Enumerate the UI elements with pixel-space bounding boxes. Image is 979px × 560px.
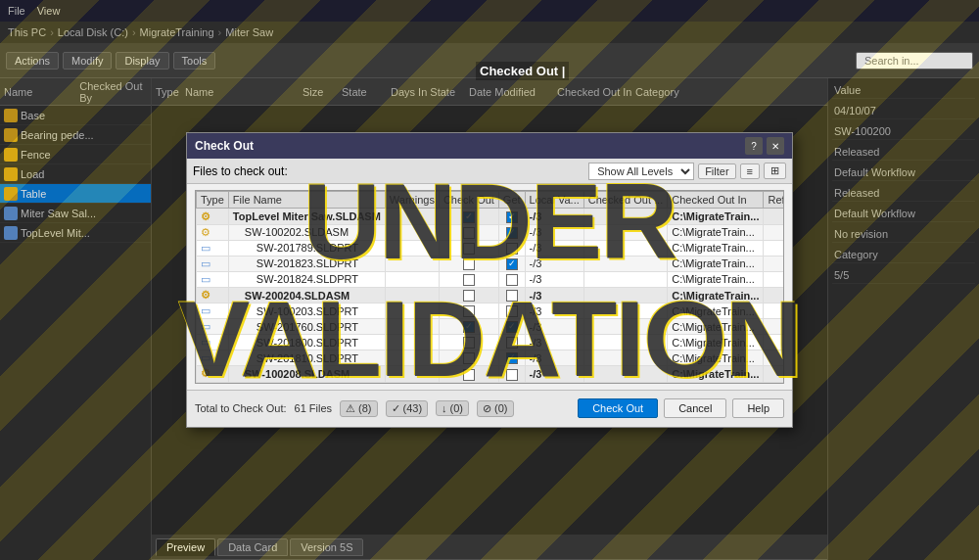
table-row[interactable]: ⚙ SW-100202.SLDASM -/3 C:\MigrateTrain..… — [197, 224, 785, 240]
type-cell: ⚙ — [197, 366, 229, 382]
warnings-cell — [385, 271, 439, 287]
asm-icon: ⚙ — [201, 226, 210, 238]
table-row[interactable]: ▭ SW-100203.SLDPRT -/3 C:\MigrateTrain..… — [197, 303, 785, 319]
get-checkbox[interactable] — [506, 337, 518, 349]
checkout-cell[interactable] — [439, 287, 498, 303]
get-checkbox[interactable] — [506, 274, 518, 286]
dialog-table-wrapper[interactable]: Type File Name Warnings Check Out Get Lo… — [195, 190, 784, 383]
dialog-label: Files to check out: — [193, 164, 288, 178]
get-cell[interactable] — [498, 366, 525, 382]
checkout-checkbox[interactable] — [463, 369, 475, 381]
filename-cell: SW-200204.SLDASM — [228, 287, 385, 303]
checkedout-cell — [583, 303, 667, 319]
checkout-checkbox[interactable] — [463, 352, 475, 364]
filter-button[interactable]: Filter — [698, 163, 735, 179]
checkout-checkbox[interactable] — [463, 274, 475, 286]
dialog-help-button[interactable]: ? — [745, 137, 763, 155]
table-row[interactable]: ▭ SW-201800.SLDPRT -/3 C:\MigrateTrain..… — [197, 335, 785, 350]
checkout-checkbox[interactable] — [463, 305, 475, 317]
col-warnings-header: Warnings — [385, 192, 439, 209]
table-row[interactable]: ▭ SW-201810.SLDPRT -/3 C:\MigrateTrain..… — [197, 350, 785, 366]
dialog-close-button[interactable]: ✕ — [767, 137, 784, 155]
checkout-cell[interactable] — [439, 240, 498, 256]
checkout-checkbox[interactable] — [463, 211, 475, 223]
checkout-cell[interactable] — [439, 366, 498, 382]
get-cell[interactable] — [498, 303, 525, 319]
cancel-button[interactable]: Cancel — [664, 398, 726, 418]
table-row[interactable]: ▭ SW-201760.SLDPRT -/3 C:\MigrateTrain..… — [197, 319, 785, 335]
show-levels-select[interactable]: Show All Levels — [588, 163, 694, 180]
get-checkbox[interactable] — [506, 227, 518, 239]
get-cell[interactable] — [498, 240, 525, 256]
checkout-cell[interactable] — [439, 350, 498, 366]
get-cell[interactable] — [498, 224, 525, 240]
checkout-cell[interactable] — [439, 224, 498, 240]
table-row[interactable]: ▭ SW-201789.SLDPRT -/3 C:\MigrateTrain..… — [197, 240, 785, 256]
checkout-cell[interactable] — [439, 303, 498, 319]
checkout-checkbox[interactable] — [463, 227, 475, 239]
checkout-cell[interactable] — [439, 319, 498, 335]
table-row[interactable]: ▭ SW-201824.SLDPRT -/3 C:\MigrateTrain..… — [197, 271, 785, 287]
get-cell[interactable] — [498, 350, 525, 366]
type-cell: ▭ — [197, 256, 229, 271]
checkedout-cell — [583, 209, 667, 224]
col-filename-header: File Name — [228, 192, 385, 209]
checkout-cell[interactable] — [439, 271, 498, 287]
type-cell: ▭ — [197, 303, 229, 319]
checkout-checkbox[interactable] — [463, 258, 475, 270]
get-cell[interactable] — [498, 271, 525, 287]
filename-cell: SW-100202.SLDASM — [228, 224, 385, 240]
type-cell: ⚙ — [197, 209, 229, 224]
checkout-cell[interactable] — [439, 335, 498, 350]
dialog-title-bar: Check Out ? ✕ — [187, 133, 792, 159]
warnings-cell — [385, 303, 439, 319]
toolbar-icon-btn2[interactable]: ⊞ — [764, 163, 786, 179]
get-icon: ↓ — [442, 402, 447, 414]
table-row[interactable]: ▭ SW-201823.SLDPRT -/3 C:\MigrateTrain..… — [197, 256, 785, 271]
type-cell: ⚙ — [197, 287, 229, 303]
get-checkbox[interactable] — [506, 321, 518, 333]
get-cell[interactable] — [498, 287, 525, 303]
checkout-cell[interactable] — [439, 256, 498, 271]
filename-cell: TopLevel Miter Saw.SLDASM — [228, 209, 385, 224]
checkout-cell[interactable] — [439, 209, 498, 224]
filename-cell: SW-201789.SLDPRT — [228, 240, 385, 256]
checkout-checkbox[interactable] — [463, 290, 475, 302]
get-checkbox[interactable] — [506, 258, 518, 270]
toolbar-icon-btn1[interactable]: ≡ — [740, 163, 760, 179]
skip-icon: ⊘ — [483, 402, 491, 415]
col-get-header: Get — [498, 192, 525, 209]
badge-warning: ⚠ (8) — [340, 400, 377, 417]
get-checkbox[interactable] — [506, 305, 518, 317]
checkout-checkbox[interactable] — [463, 321, 475, 333]
filename-cell: SW-201823.SLDPRT — [228, 256, 385, 271]
checkedout-cell — [583, 366, 667, 382]
col-type-header: Type — [197, 192, 229, 209]
get-checkbox[interactable] — [506, 243, 518, 255]
checkout-checkbox[interactable] — [463, 243, 475, 255]
get-checkbox[interactable] — [506, 369, 518, 381]
get-cell[interactable] — [498, 209, 525, 224]
warnings-cell — [385, 224, 439, 240]
table-row[interactable]: ⚙ SW-100208.SLDASM -/3 C:\MigrateTrain..… — [197, 366, 785, 382]
table-row[interactable]: ⚙ SW-200204.SLDASM -/3 C:\MigrateTrain..… — [197, 287, 785, 303]
get-cell[interactable] — [498, 319, 525, 335]
checkout-checkbox[interactable] — [463, 337, 475, 349]
get-cell[interactable] — [498, 335, 525, 350]
get-checkbox[interactable] — [506, 352, 518, 364]
type-cell: ▭ — [197, 335, 229, 350]
localver-cell: -/3 — [525, 303, 583, 319]
part-icon: ▭ — [201, 257, 210, 269]
help-button[interactable]: Help — [732, 398, 784, 418]
total-files: 61 Files — [295, 402, 333, 414]
warning-icon: ⚠ — [346, 402, 355, 415]
checkout-icon: ✓ — [392, 402, 400, 415]
get-checkbox[interactable] — [506, 211, 518, 223]
get-cell[interactable] — [498, 256, 525, 271]
footer-info: Total to Check Out: 61 Files ⚠ (8) ✓ (43… — [195, 400, 514, 417]
get-checkbox[interactable] — [506, 290, 518, 302]
refas-cell — [764, 287, 784, 303]
checkout-button[interactable]: Check Out — [578, 398, 658, 418]
table-row[interactable]: ⚙ TopLevel Miter Saw.SLDASM -/3 C:\Migra… — [197, 209, 785, 224]
asm-icon: ⚙ — [201, 367, 210, 379]
